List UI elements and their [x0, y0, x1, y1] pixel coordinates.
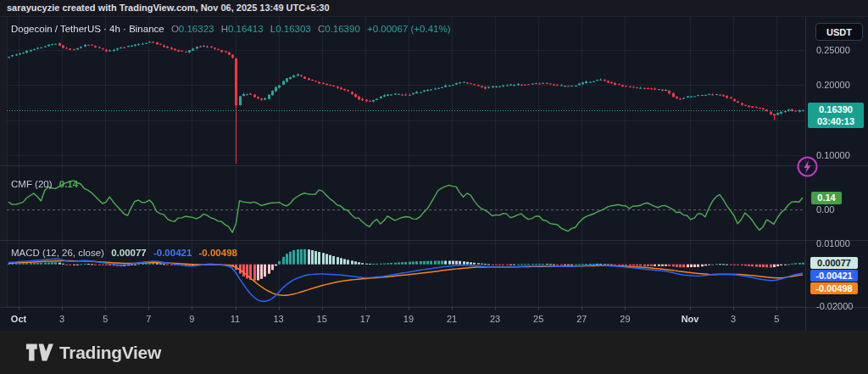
lightning-icon[interactable] [796, 155, 819, 178]
attribution-bar: sarayucyzie created with TradingView.com… [0, 0, 868, 17]
tradingview-snapshot: sarayucyzie created with TradingView.com… [0, 0, 868, 374]
chart-area: Dogecoin / TetherUS · 4h · Binance O0.16… [0, 17, 868, 331]
footer-bar: TradingView [0, 331, 868, 374]
currency-toggle-button[interactable]: USDT [815, 23, 863, 41]
tradingview-logo-icon [25, 342, 53, 363]
tradingview-logo-text: TradingView [59, 343, 161, 363]
chart-canvas[interactable] [0, 17, 868, 331]
tradingview-logo[interactable]: TradingView [25, 342, 161, 363]
attribution-text: sarayucyzie created with TradingView.com… [7, 3, 330, 13]
